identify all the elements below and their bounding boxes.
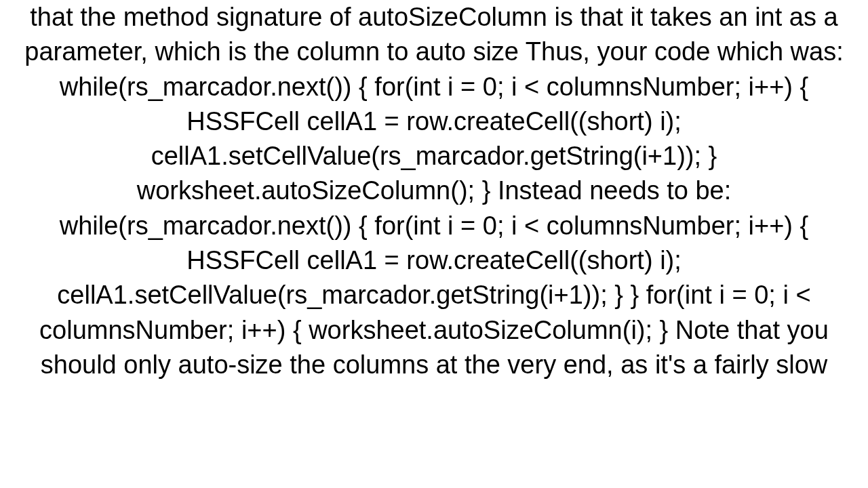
body-text: that the method signature of autoSizeCol… — [24, 3, 843, 379]
document-body: that the method signature of autoSizeCol… — [0, 0, 868, 382]
